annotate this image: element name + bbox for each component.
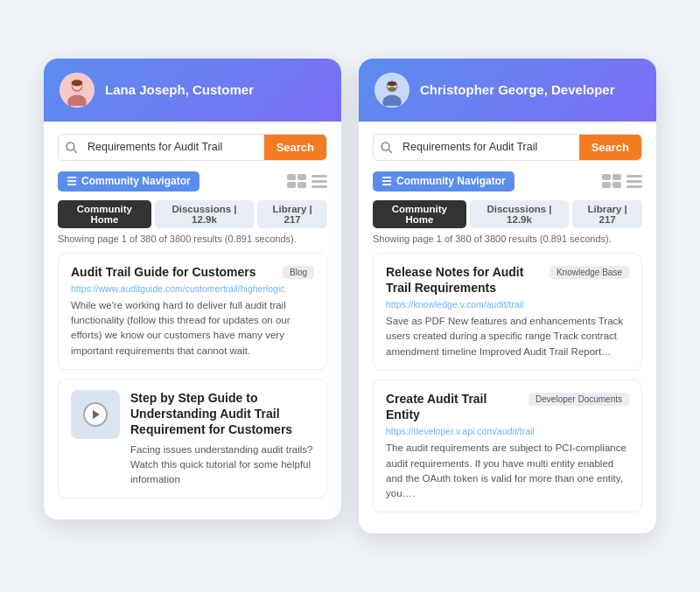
result-title: Release Notes for Audit Trail Requiremen… [386, 264, 542, 296]
tab-2[interactable]: Library | 217 [257, 200, 327, 228]
view-icons [602, 174, 642, 188]
svg-point-4 [72, 80, 83, 86]
video-card: Step by Step Guide to Understanding Audi… [58, 379, 327, 498]
tab-0[interactable]: Community Home [373, 200, 466, 228]
panel-header-customer: Lana Joseph, Customer [44, 59, 341, 122]
video-thumbnail[interactable] [71, 390, 120, 439]
list-view-icon[interactable] [312, 174, 327, 188]
panel-customer: Lana Joseph, CustomerSearch☰Community Na… [44, 59, 341, 520]
result-url[interactable]: https://developer.v.api.com/audit/trail [386, 426, 629, 436]
result-card: Release Notes for Audit Trail Requiremen… [373, 253, 642, 371]
search-icon [374, 142, 399, 153]
nav-bar: ☰Community Navigator [58, 171, 327, 192]
result-card: Audit Trail Guide for CustomersBloghttps… [58, 253, 327, 370]
result-title: Create Audit Trail Entity [386, 391, 522, 422]
result-url[interactable]: https://www.auditguide.com/customertrail… [71, 283, 314, 294]
tab-1[interactable]: Discussions | 12.9k [155, 200, 255, 228]
panel-header-developer: Christopher George, Developer [359, 59, 656, 122]
result-tag: Developer Documents [528, 393, 629, 406]
view-icons [287, 174, 327, 188]
results-info: Showing page 1 of 380 of 3800 results (0… [373, 233, 642, 244]
search-bar: Search [373, 134, 642, 161]
result-tag: Knowledge Base [550, 266, 629, 279]
nav-badge-label: Community Navigator [396, 175, 506, 187]
svg-line-15 [389, 150, 392, 152]
svg-point-12 [388, 81, 397, 86]
svg-marker-7 [93, 410, 100, 419]
avatar [374, 73, 410, 108]
search-bar: Search [58, 134, 327, 161]
svg-point-13 [388, 87, 396, 91]
grid-view-icon[interactable] [602, 174, 621, 188]
tabs-row: Community HomeDiscussions | 12.9kLibrary… [58, 200, 327, 228]
search-input[interactable] [84, 135, 264, 159]
avatar [60, 73, 94, 108]
search-input[interactable] [399, 135, 579, 159]
list-view-icon[interactable] [626, 174, 642, 188]
svg-line-6 [74, 150, 77, 152]
user-name: Lana Joseph, Customer [105, 82, 254, 97]
list-icon: ☰ [382, 175, 392, 188]
tab-2[interactable]: Library | 217 [572, 200, 642, 228]
result-card-header: Audit Trail Guide for CustomersBlog [71, 264, 314, 280]
tabs-row: Community HomeDiscussions | 12.9kLibrary… [373, 200, 642, 228]
result-desc: Facing issues understanding audit trails… [130, 442, 314, 488]
search-icon [59, 142, 84, 153]
result-url[interactable]: https://knowledge.v.com/audit/trail [386, 299, 629, 310]
panel-body-customer: Search☰Community NavigatorCommunity Home… [44, 122, 341, 520]
panels-container: Lana Joseph, CustomerSearch☰Community Na… [18, 24, 682, 569]
nav-badge[interactable]: ☰Community Navigator [58, 171, 200, 192]
result-title: Audit Trail Guide for Customers [71, 264, 276, 280]
search-button[interactable]: Search [264, 135, 326, 160]
svg-point-14 [382, 143, 389, 150]
nav-badge-label: Community Navigator [81, 175, 191, 187]
play-button[interactable] [83, 402, 108, 427]
tab-1[interactable]: Discussions | 12.9k [470, 200, 570, 228]
result-card-header: Release Notes for Audit Trail Requiremen… [386, 264, 629, 296]
result-card-header: Create Audit Trail EntityDeveloper Docum… [386, 391, 629, 422]
nav-bar: ☰Community Navigator [373, 171, 642, 192]
video-content: Step by Step Guide to Understanding Audi… [130, 390, 314, 487]
search-button[interactable]: Search [579, 135, 641, 160]
result-desc: While we're working hard to deliver full… [71, 298, 314, 359]
nav-badge[interactable]: ☰Community Navigator [373, 171, 514, 192]
panel-developer: Christopher George, DeveloperSearch☰Comm… [359, 59, 656, 534]
svg-point-5 [66, 143, 74, 150]
result-card: Create Audit Trail EntityDeveloper Docum… [373, 380, 642, 512]
grid-view-icon[interactable] [287, 174, 306, 188]
result-title: Step by Step Guide to Understanding Audi… [130, 390, 314, 438]
list-icon: ☰ [66, 175, 77, 188]
results-info: Showing page 1 of 380 of 3800 results (0… [58, 233, 327, 244]
panel-body-developer: Search☰Community NavigatorCommunity Home… [359, 122, 656, 534]
result-desc: Save as PDF New features and enhancement… [386, 314, 629, 359]
user-name: Christopher George, Developer [420, 82, 615, 97]
result-tag: Blog [283, 266, 314, 279]
result-desc: The audit requirements are subject to PC… [386, 441, 629, 501]
tab-0[interactable]: Community Home [58, 200, 151, 228]
